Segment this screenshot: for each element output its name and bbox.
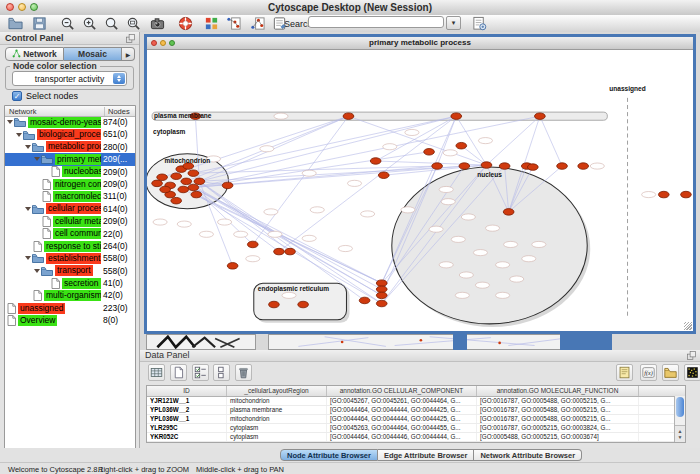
table-scrollbar[interactable]: ▲▼ [674,396,685,442]
network-node[interactable] [503,209,514,216]
annotation-icon[interactable] [616,364,633,381]
network-edge[interactable] [348,116,486,165]
attribute-matrix-icon[interactable] [684,364,700,381]
import-attributes-icon[interactable] [662,364,679,381]
network-node[interactable] [227,263,238,270]
network-edge[interactable] [193,116,456,173]
network-node[interactable] [376,286,387,293]
tree-item-nitrogen-compo[interactable]: nitrogen compo209(0) [5,178,135,190]
resize-grip[interactable] [684,322,692,330]
float-panel-icon[interactable] [686,350,697,361]
advanced-search-icon[interactable] [472,16,487,31]
network-edge[interactable] [199,181,364,300]
delete-attribute-icon[interactable] [235,364,252,381]
tree-item-transport[interactable]: transport558(0) [5,265,135,277]
network-edge[interactable] [186,181,381,295]
network-node[interactable] [370,158,381,165]
open-session-icon[interactable] [8,16,23,31]
column-header-annotation-go-molecular-function[interactable]: annotation.GO MOLECULAR_FUNCTION [477,386,639,396]
network-node[interactable] [432,163,443,170]
table-row-ykr052c[interactable]: YKR052Ccytoplasm[GO:0044464, GO:0044446,… [147,433,685,442]
tab-network-attribute-browser[interactable]: Network Attribute Browser [474,449,582,461]
network-node[interactable] [152,180,163,187]
network-node[interactable] [376,300,387,307]
network-node[interactable] [499,163,510,170]
table-row-yjr121w-1[interactable]: YJR121W__1mitochondrion[GO:0045267, GO:0… [147,397,685,406]
network-node[interactable] [269,301,280,308]
network-node[interactable] [188,184,199,191]
column-header--cellularlayoutregion[interactable]: _cellularLayoutRegion [227,386,327,396]
tree-item-establishment-of-lo[interactable]: establishment of lo558(0) [5,252,135,264]
scrollbar-arrows[interactable]: ▲▼ [675,425,685,442]
tab-mosaic[interactable]: Mosaic [64,47,122,61]
network-node[interactable] [681,191,692,198]
save-session-icon[interactable] [32,16,47,31]
layout-icon[interactable] [204,16,219,31]
network-window-titlebar[interactable]: primary metabolic process [147,37,693,50]
tree-item-macromolecule[interactable]: macromolecule311(0) [5,190,135,202]
disclosure-triangle-icon[interactable] [25,145,31,149]
tab-edge-attribute-browser[interactable]: Edge Attribute Browser [378,449,474,461]
network-node[interactable] [343,113,354,120]
network-node[interactable] [188,170,199,177]
tree-item-metabolic-process[interactable]: metabolic process280(0) [5,141,135,153]
network-node[interactable] [481,162,492,169]
network-edge[interactable] [196,195,381,284]
network-edge[interactable] [376,161,487,165]
disclosure-triangle-icon[interactable] [25,256,31,260]
network-node[interactable] [451,113,462,120]
tree-col-nodes[interactable]: Nodes [104,107,130,116]
network-canvas[interactable]: plasma membranecytoplasmmitochondrionnuc… [147,50,693,331]
network-overview-icon[interactable] [226,16,241,31]
network-node[interactable] [191,191,202,198]
tree-item-secretion[interactable]: secretion41(0) [5,277,135,289]
search-input[interactable] [308,16,444,28]
network-node[interactable] [171,197,182,204]
zoom-selected-icon[interactable] [126,16,141,31]
select-nodes-checkbox[interactable]: ✓ [12,91,22,101]
disclosure-triangle-icon[interactable] [34,269,40,273]
network-node[interactable] [376,280,387,287]
network-node[interactable] [178,186,189,193]
network-node[interactable] [181,178,192,185]
network-node[interactable] [376,292,387,299]
network-node[interactable] [274,248,285,255]
table-row-ypl036w-2[interactable]: YPL036W__2plasma membrane[GO:0044464, GO… [147,406,685,415]
disclosure-triangle-icon[interactable] [7,120,13,124]
table-row-ydr039c-1[interactable]: YDR039C__1mitochondrion[GO:0044464, GO:0… [147,442,685,443]
network-node[interactable] [160,186,171,193]
network-node[interactable] [424,149,435,156]
tab-node-attribute-browser[interactable]: Node Attribute Browser [280,449,378,461]
table-row-ylr295c[interactable]: YLR295Ccytoplasm[GO:0045263, GO:0044464,… [147,424,685,433]
select-attributes-icon[interactable] [192,364,209,381]
tree-item-multi-organism-pro[interactable]: multi-organism pro42(0) [5,289,135,301]
tree-item-cellular-process[interactable]: cellular process614(0) [5,203,135,215]
search-dropdown-button[interactable]: ▾ [446,16,461,30]
disclosure-triangle-icon[interactable] [25,207,31,211]
network-view-window[interactable]: primary metabolic process plasma membran… [144,34,696,334]
network-edge[interactable] [461,146,486,165]
network-node[interactable] [527,164,538,171]
new-attribute-icon[interactable] [170,364,187,381]
network-node[interactable] [247,241,258,248]
network-node[interactable] [535,113,546,120]
background-window[interactable] [268,334,598,350]
scrollbar-thumb[interactable] [676,397,684,417]
zoom-fit-icon[interactable] [104,16,119,31]
network-node[interactable] [171,173,182,180]
disclosure-triangle-icon[interactable] [34,157,40,161]
tree-item-cellular-metabo[interactable]: cellular metabo209(0) [5,215,135,227]
network-node[interactable] [359,297,370,304]
network-edge[interactable] [193,187,279,251]
float-panel-icon[interactable] [125,33,136,44]
unselect-attributes-icon[interactable] [213,364,230,381]
network-node[interactable] [222,182,233,189]
function-builder-icon[interactable]: f(x) [640,364,657,381]
column-header-annotation-go-cellular-component[interactable]: annotation.GO CELLULAR_COMPONENT [327,386,477,396]
zoom-in-icon[interactable] [82,16,97,31]
network-graph[interactable]: plasma membranecytoplasmmitochondrionnuc… [147,50,693,331]
disclosure-triangle-icon[interactable] [16,133,22,137]
tree-item-primary-metabo[interactable]: primary metabo209(... [5,153,135,165]
tree-col-network[interactable]: Network [9,107,37,116]
help-icon[interactable] [178,16,193,31]
